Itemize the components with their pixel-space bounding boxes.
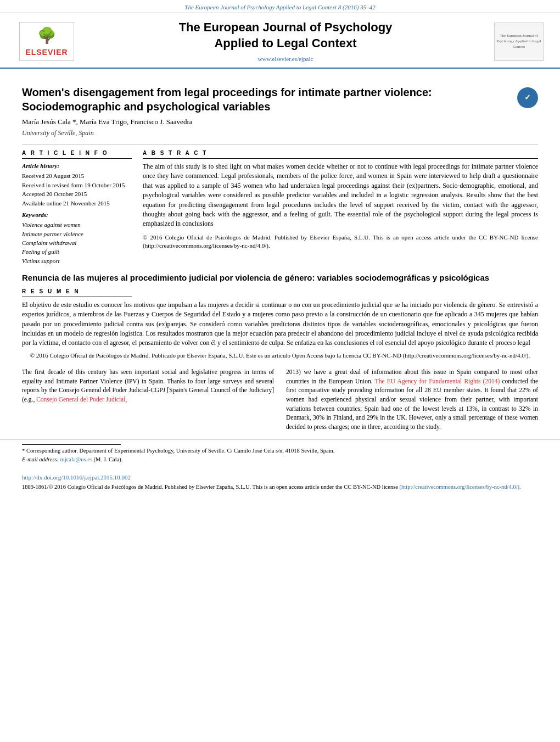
journal-citation: The European Journal of Psychology Appli… — [184, 4, 375, 10]
body-right-text: 2013) we have a great deal of informatio… — [286, 367, 538, 432]
cc-license-link[interactable]: (http://creativecommons.org/licenses/by-… — [400, 484, 521, 490]
elsevier-wordmark: ELSEVIER — [22, 47, 71, 58]
body-left-text: The first decade of this century has see… — [22, 367, 274, 404]
email-label: E-mail address: — [22, 456, 59, 462]
journal-thumb: The European Journal of Psychology Appli… — [494, 23, 544, 61]
footer-section: * Corresponding author. Department of Ex… — [0, 439, 560, 497]
keyword-2: Intimate partner violence — [22, 230, 132, 238]
received-date: Received 20 August 2015 — [22, 172, 132, 180]
page: The European Journal of Psychology Appli… — [0, 0, 560, 497]
cgpj-link[interactable]: Consejo General del Poder Judicial, — [36, 396, 127, 403]
crossmark-badge: ✓ — [517, 87, 538, 108]
email-author: (M. J. Cala). — [94, 456, 123, 462]
open-access-text: 1889-1861/© 2016 Colegio Oficial de Psic… — [22, 483, 538, 492]
history-label: Article history: — [22, 162, 132, 170]
article-title: Women's disengagement from legal proceed… — [22, 85, 517, 114]
authors: María Jesús Cala *, María Eva Trigo, Fra… — [22, 117, 538, 127]
tree-icon: 🌳 — [22, 25, 71, 46]
header-section: 🌳 ELSEVIER The European Journal of Psych… — [0, 13, 560, 69]
keyword-1: Violence against women — [22, 221, 132, 229]
logo-box: 🌳 ELSEVIER — [19, 22, 74, 61]
journal-url[interactable]: www.elsevier.es/ejpalc — [88, 55, 483, 63]
affiliation: University of Seville, Spain — [22, 129, 538, 138]
spanish-copyright: © 2016 Colegio Oficial de Psicólogos de … — [22, 352, 538, 360]
resumen-text: El objetivo de este estudio es conocer l… — [22, 300, 538, 348]
email-address[interactable]: mjcala@us.es — [60, 456, 92, 462]
accepted-date: Accepted 20 October 2015 — [22, 190, 132, 198]
abstract-copyright: © 2016 Colegio Oficial de Psicólogos de … — [143, 233, 538, 250]
footnote-email: E-mail address: mjcala@us.es (M. J. Cala… — [22, 456, 538, 464]
eu-agency-link[interactable]: The EU Agency for Fundamental Rights (20… — [375, 378, 500, 384]
article-info-abstract: A R T I C L E I N F O Article history: R… — [22, 149, 538, 266]
journal-top-bar: The European Journal of Psychology Appli… — [0, 0, 560, 13]
doi-link[interactable]: http://dx.doi.org/10.1016/j.ejpal.2015.1… — [22, 473, 538, 482]
main-content: Women's disengagement from legal proceed… — [0, 69, 560, 432]
footnote-separator — [22, 444, 121, 445]
left-column: A R T I C L E I N F O Article history: R… — [22, 149, 132, 266]
journal-title-center: The European Journal of Psychology Appli… — [77, 20, 494, 63]
footnote-star: * Corresponding author. Department of Ex… — [22, 447, 538, 455]
revised-date: Received in revised form 19 October 2015 — [22, 181, 132, 189]
abstract-text: The aim of this study is to shed light o… — [143, 162, 538, 229]
journal-title: The European Journal of Psychology Appli… — [88, 20, 483, 51]
keyword-5: Victims support — [22, 257, 132, 265]
keywords-label: Keywords: — [22, 211, 132, 219]
keyword-3: Complaint withdrawal — [22, 239, 132, 247]
body-right: 2013) we have a great deal of informatio… — [286, 367, 538, 432]
divider-thin — [22, 144, 538, 145]
available-date: Available online 21 November 2015 — [22, 199, 132, 208]
body-section: The first decade of this century has see… — [22, 367, 538, 432]
keyword-4: Feeling of guilt — [22, 248, 132, 256]
crossmark-icon: ✓ — [524, 92, 531, 103]
resumen-header: R E S U M E N — [22, 288, 132, 297]
elsevier-logo: 🌳 ELSEVIER — [16, 22, 77, 61]
abstract-header: A B S T R A C T — [143, 149, 538, 159]
spanish-title: Renuncia de las mujeres al procedimiento… — [22, 272, 538, 283]
article-info-header: A R T I C L E I N F O — [22, 149, 132, 159]
article-title-section: Women's disengagement from legal proceed… — [22, 85, 538, 114]
body-left: The first decade of this century has see… — [22, 367, 274, 432]
resumen-section: R E S U M E N El objetivo de este estudi… — [22, 288, 538, 360]
right-column: A B S T R A C T The aim of this study is… — [143, 149, 538, 266]
